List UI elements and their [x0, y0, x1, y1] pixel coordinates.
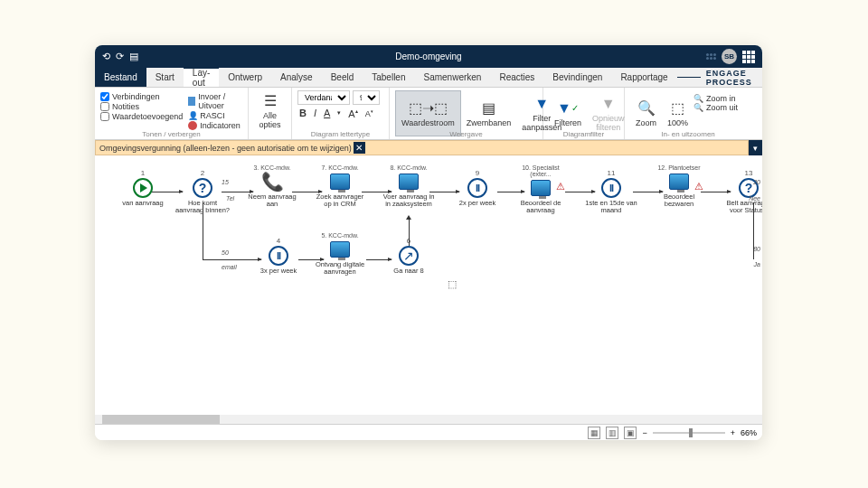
save-icon[interactable]: ▤: [129, 51, 138, 62]
scrollbar-thumb[interactable]: [102, 415, 220, 424]
process-node-9[interactable]: 9II2x per week: [449, 169, 505, 207]
window-title: Demo-omgeving: [395, 52, 461, 61]
connector: [409, 219, 410, 246]
connector: [362, 192, 392, 192]
font-size-select[interactable]: 9: [353, 90, 380, 105]
edge-label: 20: [753, 179, 760, 185]
tab-tabellen[interactable]: Tabellen: [363, 68, 414, 87]
font-shrink-icon[interactable]: A▾: [363, 108, 375, 118]
horizontal-scrollbar[interactable]: [95, 415, 762, 424]
close-document-icon[interactable]: ✕: [354, 142, 365, 154]
statusbar: ▦ ▥ ▣ − + 66%: [95, 424, 762, 440]
process-node-7[interactable]: 7. KCC-mdw.Zoek aanvrager op in CRM: [312, 164, 368, 209]
tab-beeld[interactable]: Beeld: [322, 68, 363, 87]
edge-label: Nee: [749, 195, 760, 202]
arrowhead-icon: [406, 215, 411, 220]
edge-label: Ja: [754, 261, 760, 267]
check-waardetoevoegend[interactable]: Waardetoevoegend: [100, 112, 183, 121]
user-avatar[interactable]: SB: [722, 49, 737, 64]
process-node-3[interactable]: 3. KCC-mdw.📞Neem aanvraag aan: [244, 164, 300, 209]
refilter-icon: ▼: [599, 95, 618, 113]
connector: [203, 259, 261, 260]
connector: [497, 192, 524, 192]
font-family-select[interactable]: Verdana: [297, 90, 350, 105]
options-icon: ☰: [261, 92, 279, 110]
font-color-icon[interactable]: A: [322, 108, 332, 118]
zoom-in-icon: 🔍: [693, 94, 703, 103]
font-grow-icon[interactable]: A▴: [346, 108, 359, 119]
tab-layout[interactable]: Lay-out: [184, 67, 219, 87]
btn-invoer-uitvoer[interactable]: Invoer / Uitvoer: [188, 92, 242, 110]
undo-icon[interactable]: ⟲: [102, 51, 110, 62]
connector: [298, 259, 324, 260]
status-view2-icon[interactable]: ▥: [606, 427, 618, 439]
connector: [366, 259, 392, 260]
process-node-12[interactable]: 12. PlantoetserBeoordeel bezwaren⚠: [651, 164, 707, 209]
brand: ENGAGE PROCESSMODELER: [677, 68, 762, 87]
btn-rasci[interactable]: 👤RASCI: [188, 111, 242, 120]
zoom-plus[interactable]: +: [731, 428, 735, 437]
zoom-icon: 🔍: [637, 99, 656, 117]
connector: [203, 202, 203, 259]
status-view3-icon[interactable]: ▣: [624, 427, 637, 439]
connector: [222, 192, 253, 192]
btn-alle-opties[interactable]: ☰ Alle opties: [254, 90, 286, 132]
zoom-minus[interactable]: −: [642, 428, 646, 437]
ribbon-tabs: Bestand Start Lay-out Ontwerp Analyse Be…: [95, 68, 762, 88]
status-view1-icon[interactable]: ▦: [588, 427, 600, 439]
app-window: ⟲ ⟳ ▤ Demo-omgeving SB Bestand Start Lay…: [95, 45, 762, 440]
process-node-8[interactable]: 8. KCC-mdw.Voer aanvraag in in zaaksyste…: [381, 164, 437, 209]
filter-icon: ▼✓: [559, 99, 577, 117]
check-verbindingen[interactable]: Verbindingen: [100, 92, 183, 101]
process-node-5[interactable]: 5. KCC-mdw.Ontvang digitale aanvragen: [312, 232, 368, 277]
edge-label: 80: [753, 246, 760, 252]
redo-icon[interactable]: ⟳: [116, 51, 124, 62]
process-node-1[interactable]: 1van aanvraag: [115, 169, 171, 207]
ribbon: Verbindingen Notities Waardetoevoegend I…: [95, 88, 762, 140]
edge-label: 15: [222, 179, 229, 185]
tab-bestand[interactable]: Bestand: [95, 68, 146, 87]
connector: [292, 192, 322, 192]
zoom-100-icon: ⬚: [669, 99, 687, 117]
tab-start[interactable]: Start: [146, 68, 184, 87]
connector: [152, 192, 183, 192]
document-bar: Omgevingsvergunning (alleen-lezen - geen…: [95, 140, 749, 155]
btn-indicatoren[interactable]: Indicatoren: [188, 121, 242, 130]
tab-analyse[interactable]: Analyse: [271, 68, 322, 87]
collab-icon[interactable]: [706, 53, 716, 60]
tab-reacties[interactable]: Reacties: [490, 68, 543, 87]
connector: [701, 192, 731, 192]
zoom-level: 66%: [741, 428, 757, 437]
cursor-icon: ⬚: [448, 278, 457, 290]
tab-ontwerp[interactable]: Ontwerp: [219, 68, 271, 87]
btn-zoom-in[interactable]: 🔍Zoom in: [693, 94, 738, 103]
tab-rapportage[interactable]: Rapportage: [611, 68, 676, 87]
connector: [565, 192, 595, 192]
edge-label: Tel: [226, 195, 234, 202]
swimlanes-icon: ▤: [479, 99, 497, 117]
titlebar: ⟲ ⟳ ▤ Demo-omgeving SB: [95, 45, 762, 68]
connector: [429, 192, 459, 192]
bold-icon[interactable]: B: [297, 108, 308, 118]
ribbon-collapse-icon[interactable]: ▾: [749, 140, 762, 155]
process-node-4[interactable]: 4II3x per week: [250, 237, 307, 275]
edge-label: 50: [222, 249, 229, 256]
connector: [633, 192, 663, 192]
diagram-canvas[interactable]: 1van aanvraag2?Hoe komt aanvraag binnen?…: [95, 155, 762, 415]
zoom-out-icon: 🔍: [693, 103, 703, 112]
valuestream-icon: ⬚➝⬚: [419, 99, 437, 117]
connector: [753, 202, 754, 259]
zoom-slider[interactable]: [653, 432, 725, 434]
btn-zoom-out[interactable]: 🔍Zoom uit: [693, 103, 738, 112]
tab-samenwerken[interactable]: Samenwerken: [415, 68, 491, 87]
titlebar-left-icons: ⟲ ⟳ ▤: [102, 51, 138, 62]
edge-label: email: [222, 264, 237, 270]
tab-bevindingen[interactable]: Bevindingen: [543, 68, 611, 87]
apps-grid-icon[interactable]: [742, 51, 755, 63]
check-notities[interactable]: Notities: [100, 102, 183, 111]
italic-icon[interactable]: I: [312, 108, 318, 118]
